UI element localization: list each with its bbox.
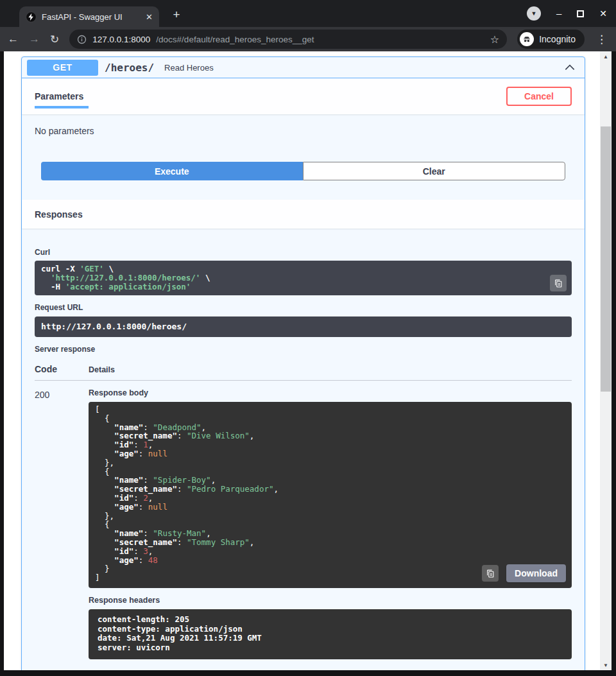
response-body-actions: Download — [482, 564, 566, 582]
window-controls: ▼ – ✕ — [527, 6, 607, 21]
parameters-header: Parameters Cancel — [22, 78, 585, 114]
code-column-header: Code — [35, 364, 89, 374]
scrollbar-thumb[interactable] — [601, 126, 611, 392]
url-host: 127.0.0.1:8000 — [92, 35, 150, 44]
no-parameters-text: No parameters — [35, 126, 572, 136]
curl-label: Curl — [35, 248, 572, 257]
browser-tab[interactable]: FastAPI - Swagger UI ✕ — [19, 6, 159, 27]
curl-code: curl -X 'GET' \ 'http://127.0.0.1:8000/h… — [41, 264, 210, 291]
browser-update-icon[interactable]: ▼ — [527, 6, 541, 21]
back-icon[interactable]: ← — [8, 33, 19, 46]
new-tab-button[interactable]: + — [169, 8, 184, 22]
minimize-button[interactable]: – — [556, 10, 561, 17]
parameters-body: No parameters Execute Clear — [22, 114, 585, 200]
parameters-tab: Parameters — [35, 91, 83, 101]
response-body-code: [ { "name": "Deadpond", "secret_name": "… — [95, 404, 278, 582]
clear-button[interactable]: Clear — [303, 162, 566, 180]
browser-menu-icon[interactable]: ⋮ — [596, 33, 607, 46]
request-url-block: http://127.0.0.1:8000/heroes/ — [35, 316, 572, 337]
bookmark-star-icon[interactable]: ☆ — [490, 33, 499, 46]
tab-close-icon[interactable]: ✕ — [146, 13, 153, 21]
response-body-label: Response body — [89, 388, 572, 397]
opblock-get-heroes: GET /heroes/ Read Heroes Parameters Canc… — [21, 56, 585, 670]
execute-button[interactable]: Execute — [41, 162, 303, 180]
page-info-icon[interactable] — [77, 35, 87, 44]
browser-tab-bar: FastAPI - Swagger UI ✕ + ▼ – ✕ — [0, 0, 616, 27]
responses-header: Responses — [22, 200, 585, 229]
url-bar[interactable]: 127.0.0.1:8000 /docs#/default/read_heroe… — [69, 30, 507, 49]
response-table-header: Code Details — [35, 364, 572, 381]
parameters-tab-underline — [35, 106, 89, 108]
opblock-summary[interactable]: GET /heroes/ Read Heroes — [22, 57, 585, 78]
copy-curl-button[interactable] — [550, 275, 567, 291]
reload-icon[interactable]: ↻ — [50, 33, 59, 46]
maximize-button[interactable] — [577, 10, 584, 17]
endpoint-path: /heroes/ — [105, 62, 154, 74]
request-url-code: http://127.0.0.1:8000/heroes/ — [41, 322, 187, 331]
response-headers-label: Response headers — [89, 596, 572, 605]
endpoint-summary: Read Heroes — [164, 63, 564, 73]
swagger-page: GET /heroes/ Read Heroes Parameters Canc… — [4, 51, 600, 670]
status-code: 200 — [35, 388, 89, 659]
responses-title: Responses — [35, 209, 83, 220]
incognito-label: Incognito — [539, 34, 576, 44]
incognito-icon — [520, 32, 534, 46]
collapse-chevron-icon[interactable] — [564, 62, 576, 73]
responses-body: Curl curl -X 'GET' \ 'http://127.0.0.1:8… — [22, 229, 585, 670]
browser-toolbar: ← → ↻ 127.0.0.1:8000 /docs#/default/read… — [0, 27, 616, 51]
fastapi-favicon-icon — [26, 12, 37, 22]
curl-block: curl -X 'GET' \ 'http://127.0.0.1:8000/h… — [35, 261, 572, 295]
response-headers-code: content-length: 205 content-type: applic… — [98, 614, 262, 652]
scrollbar-down-icon[interactable]: ▼ — [600, 660, 612, 670]
tab-title: FastAPI - Swagger UI — [42, 12, 141, 22]
details-column-header: Details — [89, 364, 115, 374]
download-button[interactable]: Download — [506, 564, 566, 582]
window-bottom-edge — [0, 670, 616, 676]
server-response-label: Server response — [35, 345, 572, 354]
copy-response-button[interactable] — [482, 565, 499, 582]
forward-icon[interactable]: → — [29, 33, 40, 46]
scrollbar-up-icon[interactable]: ▲ — [600, 51, 612, 62]
response-row: 200 Response body [ { "name": "Deadpond"… — [35, 388, 572, 659]
page-scrollbar[interactable]: ▲ ▼ — [600, 51, 612, 670]
cancel-button[interactable]: Cancel — [506, 87, 572, 106]
http-method-badge: GET — [27, 60, 98, 76]
execute-row: Execute Clear — [41, 162, 565, 180]
request-url-label: Request URL — [35, 303, 572, 312]
response-headers-block: content-length: 205 content-type: applic… — [89, 609, 572, 659]
url-path: /docs#/default/read_heroes_heroes__get — [156, 35, 484, 44]
incognito-badge: Incognito — [517, 30, 585, 49]
response-details: Response body [ { "name": "Deadpond", "s… — [89, 388, 572, 659]
response-body-block: [ { "name": "Deadpond", "secret_name": "… — [89, 402, 572, 588]
browser-viewport: GET /heroes/ Read Heroes Parameters Canc… — [0, 51, 616, 670]
window-close-button[interactable]: ✕ — [599, 8, 607, 19]
